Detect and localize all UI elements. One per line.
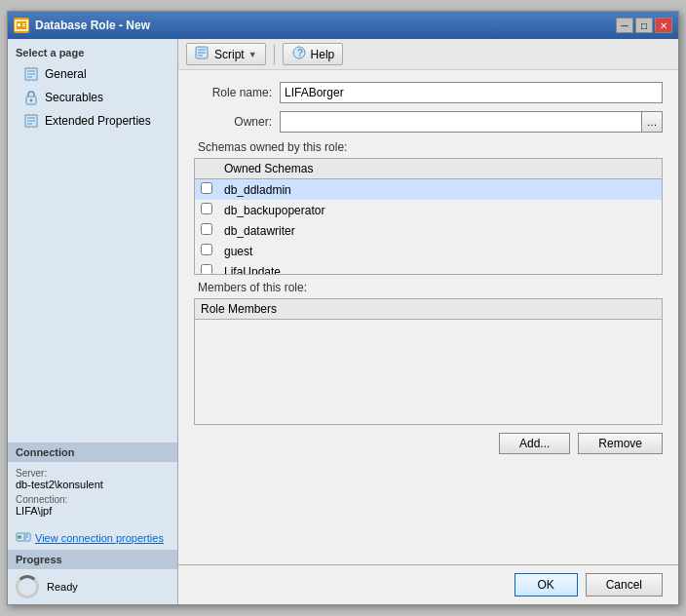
main-panel: Script ▼ ? Help R [178,39,678,604]
svg-point-15 [18,535,21,539]
sidebar-item-securables[interactable]: Securables [8,86,177,109]
sidebar: Select a page General [8,39,178,604]
close-button[interactable]: ✕ [655,18,672,33]
schema-checkbox-cell[interactable] [195,220,218,241]
script-button[interactable]: Script ▼ [186,43,266,65]
server-label: Server: [16,468,170,479]
members-table: Role Members [195,299,662,320]
connection-value: LIFA\jpf [16,505,170,517]
schema-name: db_datawriter [218,220,662,241]
svg-rect-0 [16,20,27,30]
title-buttons: ─ □ ✕ [616,18,672,33]
bottom-bar: OK Cancel [178,564,678,604]
title-bar-left: Database Role - New [14,18,150,33]
window-icon [14,18,29,33]
svg-rect-1 [18,23,20,26]
toolbar-separator [274,45,275,64]
progress-body: Ready [8,569,177,604]
extended-props-icon [23,113,39,129]
schema-checkbox-cell[interactable] [195,179,218,201]
schema-checkbox[interactable] [201,264,212,275]
sidebar-item-general[interactable]: General [8,62,177,86]
schema-name: LifaUpdate [218,261,662,275]
securables-icon [23,90,39,105]
main-window: Database Role - New ─ □ ✕ Select a page [7,11,679,605]
sidebar-item-extended-props-label: Extended Properties [45,114,151,128]
schemas-section-label: Schemas owned by this role: [194,140,663,154]
schemas-checkbox-col-header [195,159,218,179]
progress-spinner [16,575,39,598]
schema-checkbox[interactable] [201,203,212,214]
connection-link-text[interactable]: View connection properties [35,532,164,544]
progress-section-header: Progress [8,550,177,569]
sidebar-item-extended-props[interactable]: Extended Properties [8,109,177,133]
progress-status: Ready [47,581,78,593]
cancel-button[interactable]: Cancel [586,573,663,597]
svg-rect-3 [22,25,25,26]
role-name-row: Role name: [194,82,663,103]
schema-checkbox[interactable] [201,244,212,255]
owner-input[interactable] [280,111,641,133]
members-section-label: Members of this role: [194,281,663,294]
owner-browse-button[interactable]: … [641,111,663,133]
minimize-button[interactable]: ─ [616,18,633,33]
help-icon: ? [291,46,307,62]
window-title: Database Role - New [35,19,150,32]
schema-checkbox-cell[interactable] [195,241,218,261]
script-icon [195,46,210,62]
schemas-table-container: Owned Schemas db_ddladmin db_backupopera… [194,158,663,275]
svg-rect-2 [22,23,25,24]
connection-section-header: Connection [8,443,177,462]
schema-checkbox-cell[interactable] [195,261,218,275]
svg-point-9 [30,99,33,102]
help-label: Help [311,48,335,61]
schemas-table: Owned Schemas db_ddladmin db_backupopera… [195,159,662,275]
schema-row[interactable]: db_ddladmin [195,179,662,201]
schema-checkbox[interactable] [201,223,212,235]
script-dropdown-arrow: ▼ [248,50,257,59]
schemas-name-col-header: Owned Schemas [218,159,662,179]
add-button[interactable]: Add... [499,433,570,454]
view-connection-link[interactable]: View connection properties [8,526,177,550]
toolbar: Script ▼ ? Help [178,39,678,70]
schema-checkbox[interactable] [201,182,212,194]
schema-checkbox-cell[interactable] [195,200,218,220]
schema-name: guest [218,241,662,261]
script-label: Script [214,48,245,61]
role-name-input[interactable] [280,82,663,103]
connection-info: Server: db-test2\konsulent Connection: L… [8,462,177,526]
schema-row[interactable]: guest [195,241,662,261]
schema-row[interactable]: LifaUpdate [195,261,662,275]
sidebar-header: Select a page [8,39,177,62]
owner-input-group: … [280,111,663,133]
svg-text:?: ? [297,48,303,58]
schema-name: db_backupoperator [218,200,662,220]
schema-row[interactable]: db_datawriter [195,220,662,241]
members-table-container: Role Members [194,298,663,425]
server-value: db-test2\konsulent [16,479,170,490]
general-icon [23,66,39,82]
connection-label: Connection: [16,494,170,505]
title-bar: Database Role - New ─ □ ✕ [8,12,678,39]
members-col-header: Role Members [195,299,662,320]
owner-row: Owner: … [194,111,663,133]
window-body: Select a page General [8,39,678,604]
schema-row[interactable]: db_backupoperator [195,200,662,220]
sidebar-item-general-label: General [45,67,87,81]
owner-label: Owner: [194,115,272,129]
connection-link-icon [16,530,31,546]
ok-button[interactable]: OK [514,573,578,597]
maximize-button[interactable]: □ [635,18,653,33]
schema-name: db_ddladmin [218,179,662,201]
role-name-label: Role name: [194,86,272,99]
remove-button[interactable]: Remove [578,433,663,454]
help-button[interactable]: ? Help [283,43,344,65]
form-area: Role name: Owner: … Schemas owned by thi… [178,70,678,564]
action-row: Add... Remove [194,433,663,454]
sidebar-item-securables-label: Securables [45,91,103,104]
